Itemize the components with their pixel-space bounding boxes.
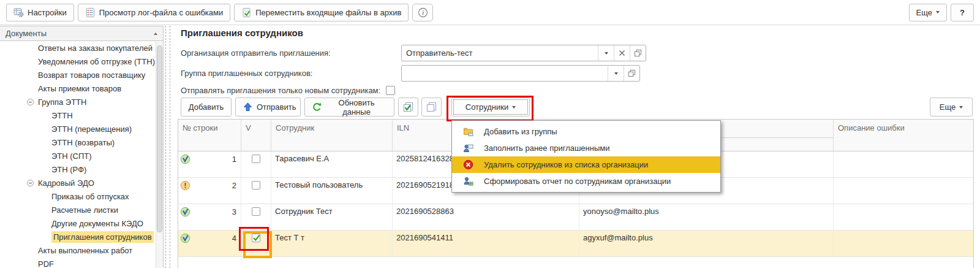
error-cell <box>834 231 973 256</box>
documents-check-icon <box>403 102 413 112</box>
group-pick-button[interactable] <box>624 66 639 81</box>
sidebar-item[interactable]: Приказы об отпусках <box>0 190 156 204</box>
employee-cell: Тест Т т <box>271 231 393 256</box>
sidebar-header-label: Документы <box>6 29 47 38</box>
only-new-checkbox[interactable] <box>386 86 395 95</box>
status-warning-icon <box>180 180 190 191</box>
sidebar-item[interactable]: Возврат товаров поставщику <box>0 69 156 82</box>
clear-x-icon <box>619 50 625 56</box>
sort-ascending-icon <box>154 33 157 35</box>
row-checkbox-checked[interactable] <box>252 234 260 242</box>
menu-item-delete-employees[interactable]: Удалить сотрудников из списка организаци… <box>452 156 720 173</box>
refresh-button[interactable]: Обновить данные <box>304 98 394 117</box>
employees-menu-button[interactable]: Сотрудники <box>451 98 530 117</box>
add-button[interactable]: Добавить <box>181 98 232 117</box>
org-dropdown-button[interactable] <box>598 45 614 61</box>
settings-label: Настройки <box>28 8 67 17</box>
sidebar-item[interactable]: Ответы на заказы покупателей <box>0 42 156 55</box>
status-ok-icon <box>180 207 190 217</box>
row-checkbox[interactable] <box>252 207 260 216</box>
column-header-employee[interactable]: Сотрудник <box>271 120 393 151</box>
error-cell <box>834 178 973 204</box>
sidebar-item[interactable]: Другие документы КЭДО <box>0 217 156 231</box>
sidebar-item[interactable]: ЭТТН (перемещения) <box>0 123 156 136</box>
documents-sidebar: Документы Ответы на заказы покупателей У… <box>0 26 164 268</box>
iln-cell: 2021690541411 <box>393 231 579 256</box>
person-report-icon <box>463 176 473 186</box>
top-toolbar: Настройки Просмотр лог-файла с ошибками … <box>0 0 980 25</box>
folder-sheet-icon <box>463 126 473 137</box>
documents-tree: Ответы на заказы покупателей Уведомления… <box>0 42 156 268</box>
page-title: Приглашения сотрудников <box>181 28 303 38</box>
chevron-down-icon <box>936 11 940 13</box>
set-all-flags-button[interactable] <box>398 98 418 117</box>
column-header-check[interactable]: V <box>241 120 271 151</box>
collapse-toggle-icon[interactable] <box>27 180 34 186</box>
row-checkbox[interactable] <box>252 155 260 163</box>
help-button[interactable]: ? <box>951 4 974 21</box>
sidebar-header[interactable]: Документы <box>0 26 163 41</box>
move-to-archive-button[interactable]: Переместить входящие файлы в архив <box>234 4 409 21</box>
more-label: Еще <box>916 8 932 17</box>
table-command-bar: Добавить Отправить Обновить данные <box>173 98 980 117</box>
more-button-window[interactable]: Еще <box>909 4 947 21</box>
group-field[interactable] <box>401 65 640 82</box>
documents-icon <box>426 102 437 112</box>
table-empty-area <box>178 257 973 268</box>
column-header-row-number[interactable]: № строки <box>178 120 241 151</box>
sidebar-scrollbar[interactable] <box>156 42 163 268</box>
pick-from-list-icon <box>628 69 636 77</box>
send-button[interactable]: Отправить <box>235 98 301 117</box>
employee-cell: Тарасевич Е.А <box>271 151 393 177</box>
group-label: Группа приглашенных сотрудников: <box>181 69 312 78</box>
menu-item-employees-report[interactable]: Сформировать отчет по сотрудникам органи… <box>452 173 720 190</box>
table-row-selected[interactable]: 4 Тест Т т 2021690541411 agyxuf@mailto.p… <box>178 231 973 257</box>
column-header-error[interactable]: Описание ошибки <box>834 120 973 151</box>
log-file-icon <box>85 7 96 18</box>
employees-menu: Добавить из группы Заполнить ранее пригл… <box>451 120 721 193</box>
group-value <box>402 66 608 81</box>
move-to-archive-label: Переместить входящие файлы в архив <box>255 8 401 17</box>
menu-item-add-from-group[interactable]: Добавить из группы <box>452 123 720 140</box>
more-button-table[interactable]: Еще <box>930 98 973 117</box>
panel-splitter[interactable] <box>165 26 170 268</box>
info-button[interactable]: i <box>412 4 433 21</box>
sidebar-item[interactable]: Акты выполненных работ <box>0 244 156 258</box>
org-sender-field[interactable]: Отправитель-тест <box>401 45 646 61</box>
sidebar-item[interactable]: Уведомления об отгрузке (ТТН) <box>0 55 156 69</box>
org-sender-label: Организация отправитель приглашения: <box>181 48 331 58</box>
iln-cell: 2021690528863 <box>393 204 579 230</box>
sidebar-item[interactable]: Акты приемки товаров <box>0 82 156 96</box>
sidebar-item-selected[interactable]: Приглашения сотрудников <box>0 231 156 244</box>
employee-cell: Тестовый пользователь <box>271 178 393 204</box>
sidebar-item[interactable]: ЭТТН (возвраты) <box>0 136 156 150</box>
status-ok-icon <box>180 154 190 164</box>
scrollbar-thumb[interactable] <box>157 45 162 232</box>
sidebar-group[interactable]: Группа ЭТТН <box>0 96 156 109</box>
error-cell <box>834 151 973 177</box>
row-checkbox[interactable] <box>252 181 260 190</box>
org-pick-button[interactable] <box>630 45 646 61</box>
red-x-circle-icon <box>463 159 473 170</box>
collapse-toggle-icon[interactable] <box>27 99 34 105</box>
sidebar-item[interactable]: Расчетные листки <box>0 204 156 217</box>
group-dropdown-button[interactable] <box>608 66 624 81</box>
green-check-icon <box>252 233 261 242</box>
invitations-panel: Приглашения сотрудников Организация отпр… <box>173 26 980 268</box>
menu-item-fill-previous[interactable]: Заполнить ранее приглашенными <box>452 140 720 156</box>
only-new-label: Отправлять приглашения только новым сотр… <box>181 86 380 95</box>
settings-gear-icon <box>13 7 24 18</box>
only-new-row: Отправлять приглашения только новым сотр… <box>181 86 395 95</box>
send-up-arrow-icon <box>243 102 253 112</box>
table-row[interactable]: 3 Сотрудник Тест 2021690528863 yonoyso@m… <box>178 204 973 231</box>
sidebar-item[interactable]: ЭТН (РФ) <box>0 163 156 177</box>
view-log-button[interactable]: Просмотр лог-файла с ошибками <box>78 4 231 21</box>
clear-all-flags-button[interactable] <box>421 98 442 117</box>
settings-button[interactable]: Настройки <box>6 4 74 21</box>
org-clear-button[interactable] <box>614 45 630 61</box>
sidebar-group[interactable]: Кадровый ЭДО <box>0 177 156 190</box>
sidebar-item[interactable]: PDF <box>0 258 156 268</box>
sidebar-item[interactable]: ЭТН (СПТ) <box>0 150 156 163</box>
sidebar-item[interactable]: ЭТТН <box>0 109 156 123</box>
chevron-down-icon <box>512 106 516 109</box>
